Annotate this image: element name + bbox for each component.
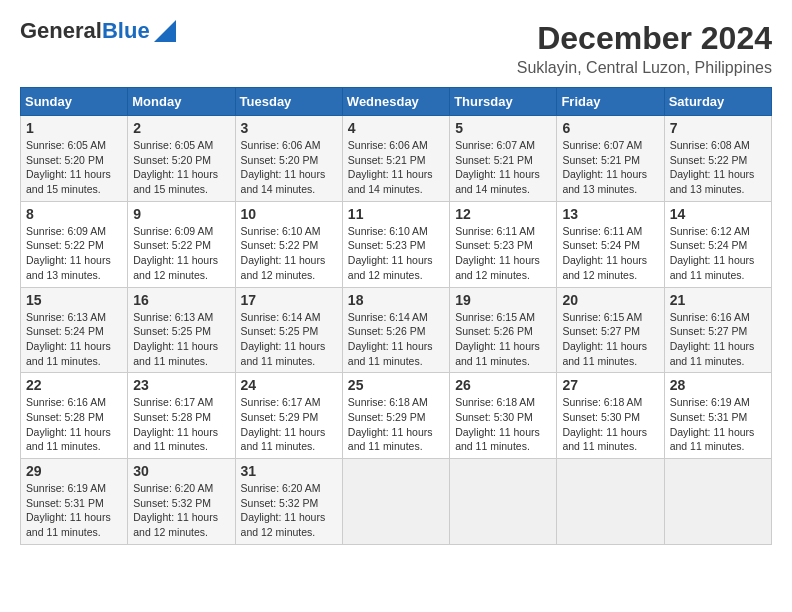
header-friday: Friday xyxy=(557,88,664,116)
title-section: December 2024 Suklayin, Central Luzon, P… xyxy=(517,20,772,77)
day-info: Sunrise: 6:18 AM Sunset: 5:29 PM Dayligh… xyxy=(348,395,444,454)
calendar-cell: 12Sunrise: 6:11 AM Sunset: 5:23 PM Dayli… xyxy=(450,201,557,287)
calendar-cell: 31Sunrise: 6:20 AM Sunset: 5:32 PM Dayli… xyxy=(235,459,342,545)
day-info: Sunrise: 6:14 AM Sunset: 5:25 PM Dayligh… xyxy=(241,310,337,369)
day-info: Sunrise: 6:05 AM Sunset: 5:20 PM Dayligh… xyxy=(26,138,122,197)
day-info: Sunrise: 6:17 AM Sunset: 5:29 PM Dayligh… xyxy=(241,395,337,454)
day-number: 11 xyxy=(348,206,444,222)
header-saturday: Saturday xyxy=(664,88,771,116)
day-info: Sunrise: 6:10 AM Sunset: 5:23 PM Dayligh… xyxy=(348,224,444,283)
calendar-cell: 1Sunrise: 6:05 AM Sunset: 5:20 PM Daylig… xyxy=(21,116,128,202)
calendar-body: 1Sunrise: 6:05 AM Sunset: 5:20 PM Daylig… xyxy=(21,116,772,545)
day-number: 8 xyxy=(26,206,122,222)
calendar-title: December 2024 xyxy=(517,20,772,57)
day-info: Sunrise: 6:19 AM Sunset: 5:31 PM Dayligh… xyxy=(670,395,766,454)
calendar-cell: 7Sunrise: 6:08 AM Sunset: 5:22 PM Daylig… xyxy=(664,116,771,202)
day-info: Sunrise: 6:11 AM Sunset: 5:24 PM Dayligh… xyxy=(562,224,658,283)
calendar-cell xyxy=(450,459,557,545)
calendar-cell: 30Sunrise: 6:20 AM Sunset: 5:32 PM Dayli… xyxy=(128,459,235,545)
day-info: Sunrise: 6:12 AM Sunset: 5:24 PM Dayligh… xyxy=(670,224,766,283)
day-info: Sunrise: 6:08 AM Sunset: 5:22 PM Dayligh… xyxy=(670,138,766,197)
calendar-subtitle: Suklayin, Central Luzon, Philippines xyxy=(517,59,772,77)
calendar-cell: 4Sunrise: 6:06 AM Sunset: 5:21 PM Daylig… xyxy=(342,116,449,202)
calendar-cell xyxy=(664,459,771,545)
calendar-cell: 10Sunrise: 6:10 AM Sunset: 5:22 PM Dayli… xyxy=(235,201,342,287)
calendar-table: Sunday Monday Tuesday Wednesday Thursday… xyxy=(20,87,772,545)
page-header: GeneralBlue December 2024 Suklayin, Cent… xyxy=(20,20,772,77)
day-number: 27 xyxy=(562,377,658,393)
header-sunday: Sunday xyxy=(21,88,128,116)
calendar-cell: 17Sunrise: 6:14 AM Sunset: 5:25 PM Dayli… xyxy=(235,287,342,373)
day-number: 21 xyxy=(670,292,766,308)
calendar-cell: 5Sunrise: 6:07 AM Sunset: 5:21 PM Daylig… xyxy=(450,116,557,202)
day-info: Sunrise: 6:17 AM Sunset: 5:28 PM Dayligh… xyxy=(133,395,229,454)
day-number: 14 xyxy=(670,206,766,222)
calendar-cell: 6Sunrise: 6:07 AM Sunset: 5:21 PM Daylig… xyxy=(557,116,664,202)
day-number: 10 xyxy=(241,206,337,222)
day-info: Sunrise: 6:18 AM Sunset: 5:30 PM Dayligh… xyxy=(455,395,551,454)
day-number: 22 xyxy=(26,377,122,393)
calendar-cell xyxy=(557,459,664,545)
day-number: 23 xyxy=(133,377,229,393)
calendar-cell: 13Sunrise: 6:11 AM Sunset: 5:24 PM Dayli… xyxy=(557,201,664,287)
svg-marker-0 xyxy=(154,20,176,42)
day-info: Sunrise: 6:07 AM Sunset: 5:21 PM Dayligh… xyxy=(562,138,658,197)
day-info: Sunrise: 6:07 AM Sunset: 5:21 PM Dayligh… xyxy=(455,138,551,197)
calendar-cell: 14Sunrise: 6:12 AM Sunset: 5:24 PM Dayli… xyxy=(664,201,771,287)
day-info: Sunrise: 6:13 AM Sunset: 5:25 PM Dayligh… xyxy=(133,310,229,369)
day-info: Sunrise: 6:05 AM Sunset: 5:20 PM Dayligh… xyxy=(133,138,229,197)
day-number: 30 xyxy=(133,463,229,479)
calendar-row: 1Sunrise: 6:05 AM Sunset: 5:20 PM Daylig… xyxy=(21,116,772,202)
day-info: Sunrise: 6:06 AM Sunset: 5:21 PM Dayligh… xyxy=(348,138,444,197)
day-info: Sunrise: 6:09 AM Sunset: 5:22 PM Dayligh… xyxy=(26,224,122,283)
day-number: 17 xyxy=(241,292,337,308)
day-info: Sunrise: 6:19 AM Sunset: 5:31 PM Dayligh… xyxy=(26,481,122,540)
header-wednesday: Wednesday xyxy=(342,88,449,116)
day-info: Sunrise: 6:20 AM Sunset: 5:32 PM Dayligh… xyxy=(241,481,337,540)
calendar-cell: 26Sunrise: 6:18 AM Sunset: 5:30 PM Dayli… xyxy=(450,373,557,459)
day-info: Sunrise: 6:15 AM Sunset: 5:26 PM Dayligh… xyxy=(455,310,551,369)
calendar-cell: 8Sunrise: 6:09 AM Sunset: 5:22 PM Daylig… xyxy=(21,201,128,287)
day-number: 26 xyxy=(455,377,551,393)
day-info: Sunrise: 6:13 AM Sunset: 5:24 PM Dayligh… xyxy=(26,310,122,369)
calendar-header: Sunday Monday Tuesday Wednesday Thursday… xyxy=(21,88,772,116)
day-info: Sunrise: 6:16 AM Sunset: 5:27 PM Dayligh… xyxy=(670,310,766,369)
day-info: Sunrise: 6:09 AM Sunset: 5:22 PM Dayligh… xyxy=(133,224,229,283)
calendar-cell: 29Sunrise: 6:19 AM Sunset: 5:31 PM Dayli… xyxy=(21,459,128,545)
calendar-cell: 23Sunrise: 6:17 AM Sunset: 5:28 PM Dayli… xyxy=(128,373,235,459)
day-number: 5 xyxy=(455,120,551,136)
day-number: 28 xyxy=(670,377,766,393)
calendar-cell: 25Sunrise: 6:18 AM Sunset: 5:29 PM Dayli… xyxy=(342,373,449,459)
calendar-cell: 9Sunrise: 6:09 AM Sunset: 5:22 PM Daylig… xyxy=(128,201,235,287)
header-thursday: Thursday xyxy=(450,88,557,116)
day-info: Sunrise: 6:16 AM Sunset: 5:28 PM Dayligh… xyxy=(26,395,122,454)
calendar-row: 29Sunrise: 6:19 AM Sunset: 5:31 PM Dayli… xyxy=(21,459,772,545)
calendar-cell: 15Sunrise: 6:13 AM Sunset: 5:24 PM Dayli… xyxy=(21,287,128,373)
day-number: 4 xyxy=(348,120,444,136)
calendar-cell: 16Sunrise: 6:13 AM Sunset: 5:25 PM Dayli… xyxy=(128,287,235,373)
day-number: 3 xyxy=(241,120,337,136)
calendar-cell xyxy=(342,459,449,545)
calendar-cell: 20Sunrise: 6:15 AM Sunset: 5:27 PM Dayli… xyxy=(557,287,664,373)
day-number: 31 xyxy=(241,463,337,479)
calendar-row: 15Sunrise: 6:13 AM Sunset: 5:24 PM Dayli… xyxy=(21,287,772,373)
day-number: 9 xyxy=(133,206,229,222)
logo-general: General xyxy=(20,18,102,43)
calendar-cell: 2Sunrise: 6:05 AM Sunset: 5:20 PM Daylig… xyxy=(128,116,235,202)
calendar-cell: 19Sunrise: 6:15 AM Sunset: 5:26 PM Dayli… xyxy=(450,287,557,373)
day-number: 16 xyxy=(133,292,229,308)
header-row: Sunday Monday Tuesday Wednesday Thursday… xyxy=(21,88,772,116)
header-tuesday: Tuesday xyxy=(235,88,342,116)
logo-icon xyxy=(154,20,176,42)
header-monday: Monday xyxy=(128,88,235,116)
day-info: Sunrise: 6:20 AM Sunset: 5:32 PM Dayligh… xyxy=(133,481,229,540)
calendar-cell: 28Sunrise: 6:19 AM Sunset: 5:31 PM Dayli… xyxy=(664,373,771,459)
logo-blue: Blue xyxy=(102,18,150,43)
day-info: Sunrise: 6:18 AM Sunset: 5:30 PM Dayligh… xyxy=(562,395,658,454)
calendar-cell: 27Sunrise: 6:18 AM Sunset: 5:30 PM Dayli… xyxy=(557,373,664,459)
calendar-cell: 21Sunrise: 6:16 AM Sunset: 5:27 PM Dayli… xyxy=(664,287,771,373)
calendar-row: 22Sunrise: 6:16 AM Sunset: 5:28 PM Dayli… xyxy=(21,373,772,459)
day-info: Sunrise: 6:10 AM Sunset: 5:22 PM Dayligh… xyxy=(241,224,337,283)
day-number: 7 xyxy=(670,120,766,136)
day-info: Sunrise: 6:14 AM Sunset: 5:26 PM Dayligh… xyxy=(348,310,444,369)
